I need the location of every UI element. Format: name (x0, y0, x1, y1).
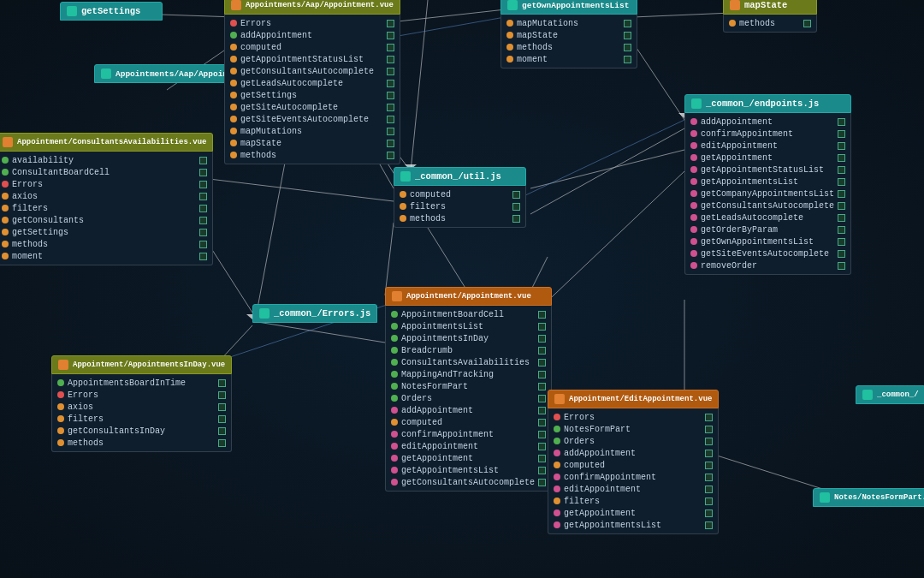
row-breadcrumb: Breadcrumb (386, 344, 551, 356)
row-getapptslist2: getAppointmentsList (685, 176, 850, 188)
node-common-right[interactable]: _common_/ (856, 385, 924, 404)
node-common-errors[interactable]: _common_/Errors.js (252, 304, 377, 323)
row-consavail: ConsultantsAvailabilities (386, 356, 551, 368)
row-getappt: getAppointment (386, 452, 551, 464)
row-computed2: computed (386, 416, 551, 428)
node-body-editappt: Errors NotesFormPart Orders addAppointme… (548, 408, 719, 534)
node-edit-appt[interactable]: Appointment/EditAppointment.vue Errors N… (548, 390, 719, 534)
row-methods3: methods (501, 41, 637, 53)
node-common-util[interactable]: _common_/util.js computed filters method… (394, 167, 526, 228)
row-cbc: ConsultantBoardCell (0, 166, 212, 178)
node-get-settings[interactable]: getSettings (60, 2, 163, 21)
svg-line-9 (252, 321, 385, 343)
row-getapptslist: getAppointmentsList (386, 464, 551, 476)
node-notes-form[interactable]: Notes/NotesFormPart.vue (813, 488, 924, 507)
row-getconsultants: getConsultantsAutocomplete (225, 65, 400, 77)
row-removeorder: removeOrder (685, 259, 850, 271)
node-title-common-right: _common_/ (877, 390, 919, 399)
node-header-editappt: Appointment/EditAppointment.vue (548, 390, 719, 408)
file-icon-apptsinday (58, 360, 68, 370)
row-err2: Errors (0, 178, 212, 190)
row-meth: methods (0, 238, 212, 250)
row-apptsinday: AppointmentsInDay (386, 332, 551, 344)
node-header-notes: Notes/NotesFormPart.vue (813, 488, 924, 507)
node-title-consultant: Appointment/ConsultantsAvailabilities.vu… (17, 138, 206, 146)
row-getapptstatuslist2: getAppointmentStatusList (685, 164, 850, 176)
row-getapptslist3: getAppointmentsList (548, 519, 718, 531)
svg-line-29 (522, 120, 684, 197)
node-header-own: getOwnAppointmentsList (500, 0, 637, 15)
file-icon-own (507, 0, 518, 10)
node-mapstate[interactable]: mapState methods (723, 0, 817, 33)
row-methods: methods (225, 149, 400, 161)
node-body-appt-vue: AppointmentBoardCell AppointmentsList Ap… (385, 306, 552, 492)
row-mapmut2: mapMutations (501, 17, 637, 29)
row-computed: computed (225, 41, 400, 53)
row-methods2: methods (52, 437, 231, 449)
node-title-own: getOwnAppointmentsList (522, 1, 629, 10)
file-icon-common-right (862, 390, 873, 400)
row-getcons: getConsultants (0, 214, 212, 226)
file-icon-endpoints (691, 98, 702, 109)
row-orders2: Orders (548, 435, 718, 447)
node-body-util: computed filters methods (394, 186, 526, 228)
node-header-apptsinday: Appointment/AppointmentsInDay.vue (51, 355, 232, 374)
file-icon-consultant (3, 137, 13, 147)
node-endpoints[interactable]: _common_/endpoints.js addAppointment con… (684, 94, 851, 275)
row-mapmutations: mapMutations (225, 125, 400, 137)
row-orders: Orders (386, 392, 551, 404)
svg-line-3 (633, 13, 732, 17)
row-getappt3: getAppointment (548, 507, 718, 519)
row-axios2: axios (52, 401, 231, 413)
node-title-mapstate: mapState (744, 0, 787, 10)
row-getleads2: getLeadsAutocomplete (685, 212, 850, 223)
node-header-appt-vue: Appointment/Appointment.vue (385, 287, 552, 306)
node-consultant-board[interactable]: Appointment/ConsultantsAvailabilities.vu… (0, 133, 213, 265)
row-apptslist: AppointmentsList (386, 320, 551, 332)
row-getsite: getSiteAutocomplete (225, 101, 400, 113)
node-header-consultant: Appointment/ConsultantsAvailabilities.vu… (0, 133, 213, 152)
row-getconsauto2: getConsultantsAutocomplete (685, 200, 850, 212)
node-title-get-settings: getSettings (81, 6, 140, 16)
row-moment2: moment (501, 53, 637, 65)
row-getcompanyappts: getCompanyAppointmentsList (685, 188, 850, 200)
node-own-appts[interactable]: getOwnAppointmentsList mapMutations mapS… (500, 0, 637, 69)
row-getleads: getLeadsAutocomplete (225, 77, 400, 89)
row-avail: availability (0, 154, 212, 166)
row-methods-util: methods (394, 212, 525, 224)
node-title-errors: _common_/Errors.js (274, 308, 370, 319)
file-icon-moment (101, 69, 111, 79)
node-appts-in-day[interactable]: Appointment/AppointmentsInDay.vue Appoin… (51, 355, 232, 452)
row-methods4: methods (724, 17, 816, 29)
row-confirmappt: confirmAppointment (386, 428, 551, 440)
row-boardintime: AppointmentsBoardInTime (52, 377, 231, 389)
node-appointments-main[interactable]: Appointments/Aap/Appointment.vue Errors … (224, 0, 400, 164)
row-confirmappt3: confirmAppointment (548, 471, 718, 483)
row-editappt: editAppointment (386, 440, 551, 452)
row-getapptstatuslist: getAppointmentStatusList (225, 53, 400, 65)
node-body-consultant: availability ConsultantBoardCell Errors … (0, 152, 213, 265)
svg-line-6 (530, 150, 684, 188)
row-filters: filters (0, 202, 212, 214)
node-title-util: _common_/util.js (415, 171, 501, 182)
row-getconsinday: getConsultantsInDay (52, 425, 231, 437)
row-err3: Errors (52, 389, 231, 401)
row-filters-util: filters (394, 200, 525, 212)
file-icon-util (400, 171, 411, 182)
row-notesform2: NotesFormPart (548, 423, 718, 435)
row-editappt2: editAppointment (685, 140, 850, 152)
node-header-endpoints: _common_/endpoints.js (684, 94, 851, 113)
svg-line-2 (633, 43, 684, 120)
row-computed-util: computed (394, 188, 525, 200)
row-getsettings: getSettings (225, 89, 400, 101)
node-body-apptsinday: AppointmentsBoardInTime Errors axios fil… (51, 374, 232, 452)
row-getownappts: getOwnAppointmentsList (685, 235, 850, 247)
node-body-appt-main: Errors addAppointment computed getAppoin… (224, 15, 400, 164)
row-mapstate2: mapState (501, 29, 637, 41)
row-filters3: filters (548, 495, 718, 507)
node-appointment-vue[interactable]: Appointment/Appointment.vue AppointmentB… (385, 287, 552, 492)
row-confirmappt2: confirmAppointment (685, 128, 850, 140)
node-header-get-settings: getSettings (60, 2, 163, 21)
node-body-endpoints: addAppointment confirmAppointment editAp… (684, 113, 851, 275)
node-title-editappt: Appointment/EditAppointment.vue (569, 395, 712, 403)
